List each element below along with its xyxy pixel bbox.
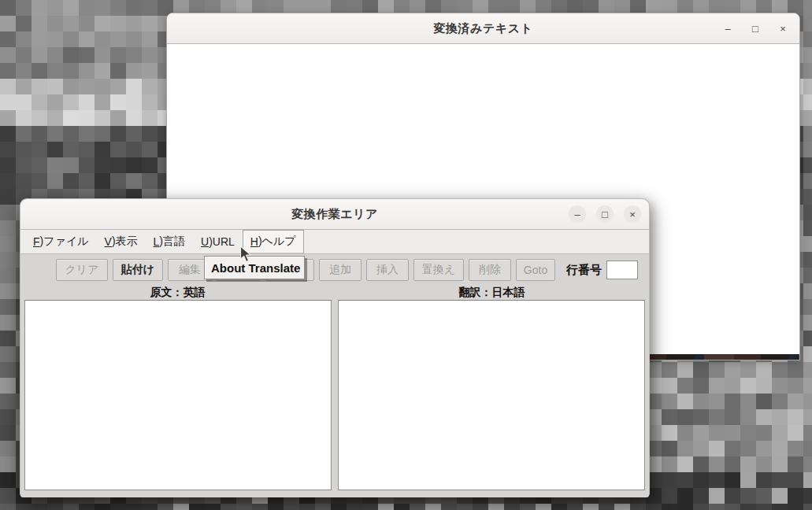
output-window-titlebar[interactable]: 変換済みテキスト – □ × (167, 13, 799, 44)
work-window-bottom-edge (20, 490, 649, 497)
menubar: F)ファイル V)表示 L)言語 U)URL H)ヘルプ (20, 230, 649, 254)
line-number-input[interactable] (606, 261, 638, 279)
goto-button: Goto (516, 259, 555, 281)
clear-button: クリア (56, 259, 108, 281)
append-button: 追加 (319, 259, 362, 281)
insert-button: 挿入 (366, 259, 409, 281)
menu-help[interactable]: H)ヘルプ (243, 230, 304, 253)
about-translate-menu-item[interactable]: About Translate (205, 257, 304, 279)
replace-button: 置換え (413, 259, 464, 281)
target-text-pane[interactable] (338, 300, 645, 490)
work-window: 変換作業エリア – □ × F)ファイル V)表示 L)言語 U)URL H)ヘ… (20, 198, 650, 496)
work-window-titlebar[interactable]: 変換作業エリア – □ × (20, 199, 649, 230)
menu-language[interactable]: L)言語 (146, 230, 193, 253)
delete-button: 削除 (469, 259, 511, 281)
source-pane-label: 原文：英語 (20, 286, 335, 300)
target-pane-label: 翻訳：日本語 (335, 286, 649, 300)
menu-view[interactable]: V)表示 (97, 230, 146, 253)
menu-file[interactable]: F)ファイル (25, 230, 97, 253)
close-icon[interactable]: × (774, 20, 792, 37)
source-text-pane[interactable] (24, 300, 332, 490)
output-window-title: 変換済みテキスト (434, 21, 533, 36)
help-dropdown-menu: About Translate (204, 256, 305, 279)
work-window-title: 変換作業エリア (291, 207, 378, 222)
line-number-label: 行番号 (566, 263, 602, 278)
minimize-icon[interactable]: – (569, 205, 586, 223)
minimize-icon[interactable]: – (719, 20, 736, 37)
toolbar: クリア 貼付け 編集 追加 挿入 置換え 削除 Goto 行番号 (20, 254, 649, 286)
menu-url[interactable]: U)URL (193, 230, 243, 253)
close-icon[interactable]: × (624, 205, 641, 223)
maximize-icon[interactable]: □ (747, 20, 764, 37)
paste-button[interactable]: 貼付け (113, 259, 163, 281)
maximize-icon[interactable]: □ (596, 205, 614, 223)
